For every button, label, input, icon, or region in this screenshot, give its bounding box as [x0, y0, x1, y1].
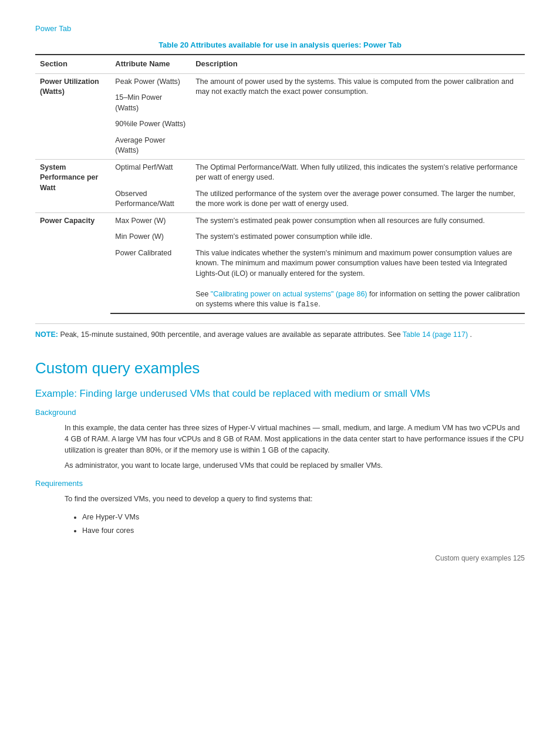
background-content: In this example, the data center has thr… [65, 423, 525, 471]
desc-optimal-perf: The Optimal Performance/Watt. When fully… [191, 159, 525, 186]
desc-power-utilization: The amount of power used by the systems.… [191, 73, 525, 159]
attr-min-power: Min Power (W) [110, 229, 191, 245]
section-label-power-utilization: Power Utilization (Watts) [35, 73, 110, 159]
custom-query-section: Custom query examples Example: Finding l… [35, 357, 525, 536]
note-text-end: . [470, 330, 472, 339]
attr-max-power: Max Power (W) [110, 212, 191, 229]
list-item: Have four cores [82, 525, 525, 536]
attributes-table: Section Attribute Name Description Power… [35, 54, 525, 313]
table14-link[interactable]: Table 14 (page 117) [403, 330, 468, 339]
section-heading: Power Tab [35, 23, 525, 34]
attr-observed-perf: Observed Performance/Watt [110, 186, 191, 213]
background-heading: Background [35, 407, 525, 418]
power-tab-section: Power Tab Table 20 Attributes available … [35, 23, 525, 346]
note-box: NOTE: Peak, 15-minute sustained, 90th pe… [35, 323, 525, 346]
page-footer: Custom query examples 125 [35, 553, 525, 563]
table-caption: Table 20 Attributes available for use in… [35, 40, 525, 50]
note-text: Peak, 15-minute sustained, 90th percenti… [60, 330, 402, 339]
table-row: Power Capacity Max Power (W) The system'… [35, 212, 525, 229]
requirements-section: Requirements To find the oversized VMs, … [35, 478, 525, 536]
note-label: NOTE: [35, 330, 58, 339]
desc-observed-perf: The utilized performance of the system o… [191, 186, 525, 213]
attr-optimal-perf: Optimal Perf/Watt [110, 159, 191, 186]
page-footer-text: Custom query examples 125 [435, 553, 525, 563]
attr-90ile-power: 90%ile Power (Watts) [110, 116, 191, 133]
table-row: System Performance per Watt Optimal Perf… [35, 159, 525, 186]
table-header-row: Section Attribute Name Description [35, 55, 525, 73]
attr-peak-power: Peak Power (Watts) [110, 73, 191, 90]
list-item: Are Hyper-V VMs [82, 512, 525, 523]
col-header-description: Description [191, 55, 525, 73]
table-row: Power Utilization (Watts) Peak Power (Wa… [35, 73, 525, 90]
requirements-list: Are Hyper-V VMs Have four cores [82, 512, 525, 536]
desc-power-calibrated: This value indicates whether the system'… [191, 245, 525, 313]
calibrating-link[interactable]: "Calibrating power on actual systems" (p… [211, 290, 367, 298]
attr-15min-power: 15–Min Power (Watts) [110, 90, 191, 116]
section-label-sys-perf: System Performance per Watt [35, 159, 110, 212]
desc-max-power: The system's estimated peak power consum… [191, 212, 525, 229]
col-header-attribute: Attribute Name [110, 55, 191, 73]
background-para-2: As administrator, you want to locate lar… [65, 460, 525, 471]
attr-avg-power: Average Power (Watts) [110, 133, 191, 160]
background-section: Background In this example, the data cen… [35, 407, 525, 471]
background-para-1: In this example, the data center has thr… [65, 423, 525, 455]
requirements-intro: To find the oversized VMs, you need to d… [65, 494, 525, 505]
requirements-heading: Requirements [35, 478, 525, 489]
requirements-content: To find the oversized VMs, you need to d… [65, 494, 525, 505]
custom-query-heading: Custom query examples [35, 357, 525, 379]
example-heading: Example: Finding large underused VMs tha… [35, 387, 525, 400]
col-header-section: Section [35, 55, 110, 73]
desc-min-power: The system's estimated power consumption… [191, 229, 525, 245]
attr-power-calibrated: Power Calibrated [110, 245, 191, 313]
section-label-power-capacity: Power Capacity [35, 212, 110, 313]
